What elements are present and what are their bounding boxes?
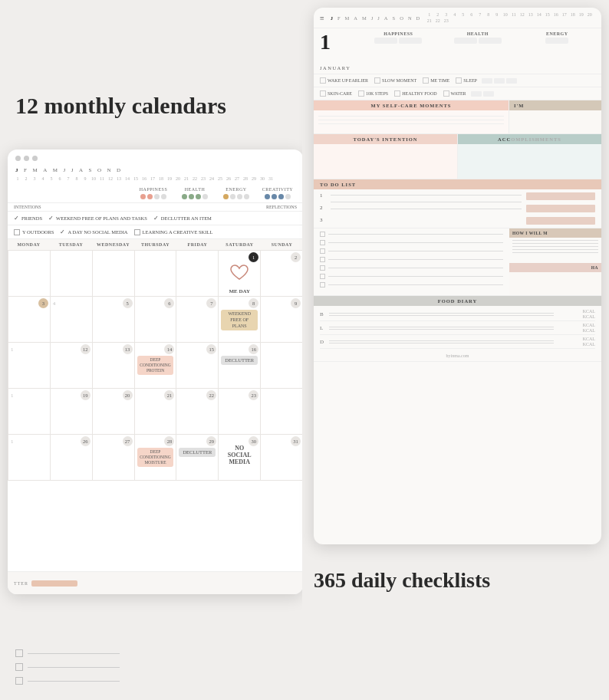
habit-steps: 10K STEPS	[358, 90, 388, 97]
self-care-section: MY SELF-CARE MOMENTS I'M	[314, 100, 601, 134]
cb-1[interactable]	[320, 232, 325, 237]
pm-d[interactable]: D	[416, 15, 420, 21]
habit-food-label: HEALTHY FOOD	[402, 91, 436, 96]
todo-num-2: 2	[320, 205, 326, 211]
numbers-row: 12345 678910 1112131415 1617181920 21222…	[8, 176, 303, 184]
pm-s[interactable]: S	[393, 15, 396, 21]
wday-sun: SUNDAY	[261, 239, 303, 250]
food-row-b: B KCAL KCAL	[320, 307, 595, 321]
food-letter-d: D	[320, 339, 326, 345]
cell-16: 16 DECLUTTER	[219, 343, 261, 389]
date-20: 20	[123, 390, 133, 400]
cell-23: 23	[219, 389, 261, 435]
strip-bar-1	[31, 580, 77, 587]
wday-wed: WEDNESDAY	[92, 239, 134, 250]
pm-j[interactable]: J	[331, 15, 333, 21]
ha-section: HA	[509, 263, 601, 295]
month-a2[interactable]: A	[77, 167, 85, 173]
food-letter-l: L	[320, 325, 326, 331]
habit-water: WATER	[443, 90, 494, 97]
hcheck-slow[interactable]	[374, 77, 380, 84]
cell-empty-4	[135, 251, 177, 297]
left-section: 12 monthly calendars J F M A M J J A S O…	[0, 0, 307, 700]
hcheck-skin[interactable]	[320, 90, 326, 97]
planner-top-nav: ≡ J F M A M J J A S O N D 12345 678910 1…	[314, 8, 601, 28]
habit-steps-label: 10K STEPS	[366, 91, 388, 96]
month-m2[interactable]: M	[51, 167, 60, 173]
hamburger-icon[interactable]: ≡	[320, 14, 324, 22]
hcheck-wake[interactable]	[320, 77, 326, 84]
habit-me: ME TIME	[423, 77, 449, 84]
pm-a2[interactable]: A	[384, 15, 388, 21]
todo-numbers: 1 2 3	[320, 192, 326, 225]
pm-o[interactable]: O	[400, 15, 403, 21]
pm-m2[interactable]: M	[362, 15, 367, 21]
cell-22: 22	[176, 389, 219, 435]
health-tracker: HEALTH	[439, 31, 516, 44]
hcheck-steps[interactable]	[358, 90, 364, 97]
cb-2[interactable]	[320, 240, 325, 245]
pm-m[interactable]: M	[345, 15, 350, 21]
reflections-header: REFLECTIONS	[266, 205, 297, 209]
todo-num-3: 3	[320, 217, 326, 223]
checkbox-3[interactable]	[15, 677, 23, 685]
month-label: JANUARY	[320, 65, 351, 71]
date-23: 23	[249, 390, 258, 400]
check-item-1	[15, 649, 120, 657]
cell-21: 21	[135, 389, 177, 435]
month-d[interactable]: D	[115, 167, 123, 173]
date-28: 28	[164, 436, 174, 446]
cb-7[interactable]	[320, 282, 325, 288]
pm-j3[interactable]: J	[377, 15, 380, 21]
cb-4[interactable]	[320, 257, 325, 262]
habit-sleep-label: SLEEP	[463, 78, 477, 83]
date-8: 8	[249, 298, 258, 308]
deep-cond2-label: DEEPCONDITIONINGMOISTURE	[137, 448, 174, 467]
month-a[interactable]: A	[41, 167, 49, 173]
im-header: I'M	[509, 100, 601, 110]
hcheck-food[interactable]	[394, 90, 400, 97]
month-o[interactable]: O	[96, 167, 104, 173]
date-6: 6	[164, 298, 174, 308]
month-m[interactable]: M	[31, 167, 39, 173]
month-j[interactable]: J	[14, 167, 20, 173]
check-item-2	[15, 663, 120, 671]
habit-sleep: SLEEP	[456, 77, 517, 84]
habit-food: HEALTHY FOOD	[394, 90, 436, 97]
intention-acc-row: TODAY'S INTENTION ACCOMPLISHMENTS	[314, 134, 601, 179]
month-j2[interactable]: J	[61, 167, 67, 173]
bottom-strip: TTER	[8, 571, 303, 594]
pm-j2[interactable]: J	[371, 15, 374, 21]
month-s[interactable]: S	[87, 167, 93, 173]
check-line-2	[28, 667, 120, 668]
cb-5[interactable]	[320, 265, 325, 271]
pm-f[interactable]: F	[337, 15, 341, 21]
date-5: 5	[123, 298, 133, 308]
habit-wake-label: WAKE UP EARLIER	[328, 78, 368, 83]
pm-a[interactable]: A	[354, 15, 357, 21]
cell-7: 7	[176, 297, 219, 343]
declutter-label: DECLUTTER	[221, 356, 258, 365]
checkbox-2[interactable]	[15, 663, 23, 671]
dot-2	[24, 156, 29, 161]
cell-19: 19	[51, 389, 93, 435]
cb-6[interactable]	[320, 274, 325, 279]
kcal-l-2: KCAL	[583, 328, 595, 333]
hcheck-water[interactable]	[443, 90, 449, 97]
month-f[interactable]: F	[22, 167, 28, 173]
hcheck-me[interactable]	[423, 77, 429, 84]
hcheck-sleep[interactable]	[456, 77, 462, 84]
month-j3[interactable]: J	[70, 167, 75, 173]
cb-3[interactable]	[320, 248, 325, 254]
todo-content: 1 2 3	[314, 189, 601, 228]
footer-credit: byinma.com	[314, 350, 601, 361]
food-diary: FOOD DIARY B KCAL KCAL L	[314, 296, 601, 362]
wday-fri: FRIDAY	[176, 239, 219, 250]
food-diary-header: FOOD DIARY	[314, 296, 601, 306]
month-n[interactable]: N	[105, 167, 113, 173]
cb-row-5	[320, 265, 503, 271]
checkbox-1[interactable]	[15, 649, 23, 657]
cell-empty-3	[93, 251, 135, 297]
pm-n[interactable]: N	[408, 15, 412, 21]
todo-num-1: 1	[320, 192, 326, 199]
